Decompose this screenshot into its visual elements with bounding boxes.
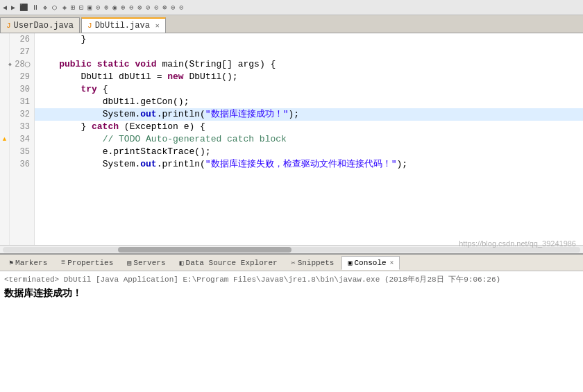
- code-content[interactable]: } public static void main(String[] args)…: [35, 33, 583, 245]
- console-menu-icon: ✕: [390, 259, 394, 266]
- gutter-row-33: [0, 121, 9, 133]
- scrollbar-track[interactable]: [3, 247, 580, 253]
- gutter-row-35: [0, 146, 9, 158]
- gutter-row-30: [0, 83, 9, 96]
- java-file-icon: J: [6, 22, 11, 30]
- code-36-end: );: [396, 159, 407, 169]
- code-32-system: System.: [103, 109, 141, 119]
- code-36-print: .println(: [157, 159, 205, 169]
- gutter-row-29: [0, 71, 9, 83]
- panel-tab-properties[interactable]: ≡ Properties: [55, 256, 119, 270]
- datasource-icon: ◧: [180, 259, 184, 267]
- console-icon: ▣: [348, 259, 352, 267]
- console-output-line: 数据库连接成功！: [4, 287, 579, 300]
- code-29-text: DbUtil dbUtil =: [81, 71, 167, 82]
- properties-icon: ≡: [61, 259, 65, 266]
- warning-icon: ▲: [3, 136, 6, 143]
- panel-tab-snippets-label: Snippets: [298, 259, 335, 267]
- string-failure: "数据库连接失败，检查驱动文件和连接代码！": [205, 159, 397, 169]
- string-success: "数据库连接成功！": [205, 109, 289, 119]
- tab-userdao-label: UserDao.java: [14, 21, 74, 31]
- keyword-try: try: [81, 84, 96, 94]
- java-file-icon-2: J: [87, 22, 92, 30]
- line-num-29: 29: [10, 71, 34, 83]
- code-32-print: .println(: [157, 109, 205, 119]
- tab-userdao[interactable]: J UserDao.java: [0, 17, 80, 33]
- keyword-catch: catch: [92, 121, 119, 132]
- main-toolbar: ◀ ▶ ⬛ ⏸ ❖ ⬡ ◈ ⊞ ⊡ ▣ ⊙ ⊚ ◉ ⊕ ⊖ ⊗ ⊘ ⊙ ⊛ ⊜ …: [0, 0, 583, 15]
- panel-tab-servers-label: Servers: [133, 259, 165, 267]
- line-num-31: 31: [10, 96, 34, 108]
- code-line-33: } catch (Exception e) {: [35, 121, 583, 133]
- code-line-27: [35, 46, 583, 58]
- console-terminated-line: <terminated> DbUtil [Java Application] E…: [4, 274, 579, 284]
- code-33-b: (Exception e) {: [119, 121, 205, 132]
- gutter-row-34: ▲: [0, 133, 9, 146]
- code-29-b: DbUtil();: [184, 71, 238, 82]
- panel-tab-snippets[interactable]: ✂ Snippets: [285, 256, 341, 270]
- panel-tab-bar: ⚑ Markers ≡ Properties ▤ Servers ◧ Data …: [0, 255, 583, 271]
- code-31-text: dbUtil.getCon();: [103, 96, 189, 107]
- code-line-32: System.out.println("数据库连接成功！");: [35, 108, 583, 121]
- code-line-28: public static void main(String[] args) {: [35, 58, 583, 71]
- code-line-31: dbUtil.getCon();: [35, 96, 583, 108]
- line-num-36: 36: [10, 158, 34, 171]
- code-line-30: try {: [35, 83, 583, 96]
- panel-tab-markers-label: Markers: [15, 259, 47, 267]
- panel-tab-console-label: Console: [354, 259, 386, 267]
- line-num-34: 34: [10, 133, 34, 146]
- line-numbers: 26 27 28◯ 29 30 31 32 33 34 35 36: [10, 33, 35, 245]
- code-36-out: out: [140, 159, 156, 169]
- panel-tab-console[interactable]: ▣ Console ✕: [341, 256, 400, 270]
- code-editor: ▲ 26 27 28◯ 29 30 31 32 33 34 35 36 }: [0, 33, 583, 253]
- code-36-system: System.: [103, 159, 141, 169]
- bottom-panel: ⚑ Markers ≡ Properties ▤ Servers ◧ Data …: [0, 253, 583, 392]
- gutter-row-31: [0, 96, 9, 108]
- method-main: main(String[] args) {: [162, 59, 276, 69]
- scrollbar-thumb[interactable]: [118, 247, 292, 253]
- line-num-33: 33: [10, 121, 34, 133]
- toolbar-icons: ◀ ▶ ⬛ ⏸ ❖ ⬡ ◈ ⊞ ⊡ ▣ ⊙ ⊚ ◉ ⊕ ⊖ ⊗ ⊘ ⊙ ⊛ ⊜ …: [3, 3, 183, 12]
- tab-close-icon[interactable]: ✕: [155, 22, 160, 30]
- code-35-text: e.printStackTrace();: [103, 146, 211, 157]
- console-content: <terminated> DbUtil [Java Application] E…: [0, 271, 583, 392]
- code-32-end: );: [288, 109, 299, 119]
- keyword-static: static: [97, 59, 130, 69]
- panel-tab-datasource[interactable]: ◧ Data Source Explorer: [174, 256, 284, 270]
- code-line-29: DbUtil dbUtil = new DbUtil();: [35, 71, 583, 83]
- servers-icon: ▤: [127, 259, 131, 267]
- tab-dbutil[interactable]: J DbUtil.java ✕: [81, 17, 166, 33]
- code-line-36: System.out.println("数据库连接失败，检查驱动文件和连接代码！…: [35, 158, 583, 171]
- line-num-26: 26: [10, 33, 34, 46]
- tab-dbutil-label: DbUtil.java: [95, 21, 150, 31]
- panel-tab-servers[interactable]: ▤ Servers: [121, 256, 171, 270]
- code-32-out: out: [140, 109, 156, 119]
- code-line-34: // TODO Auto-generated catch block: [35, 133, 583, 146]
- gutter-row-36: [0, 158, 9, 171]
- code-line-35: e.printStackTrace();: [35, 146, 583, 158]
- line-num-28: 28◯: [10, 58, 34, 71]
- keyword-void: void: [135, 59, 156, 69]
- gutter-row-32: [0, 108, 9, 121]
- snippets-icon: ✂: [292, 259, 296, 267]
- keyword-new: new: [167, 71, 183, 82]
- code-30-b: {: [97, 84, 108, 94]
- line-num-27: 27: [10, 46, 34, 58]
- gutter-row-27: [0, 46, 9, 58]
- editor-content-area: ▲ 26 27 28◯ 29 30 31 32 33 34 35 36 }: [0, 33, 583, 245]
- gutter-row-26: [0, 33, 9, 46]
- line-num-32: 32: [10, 108, 34, 121]
- code-line-26: }: [35, 33, 583, 46]
- editor-tab-bar: J UserDao.java J DbUtil.java ✕: [0, 15, 583, 33]
- line-num-35: 35: [10, 146, 34, 158]
- panel-tab-markers[interactable]: ⚑ Markers: [3, 256, 53, 270]
- markers-icon: ⚑: [9, 259, 13, 267]
- keyword-public: public: [59, 59, 92, 69]
- line-num-30: 30: [10, 83, 34, 96]
- panel-tab-datasource-label: Data Source Explorer: [186, 259, 278, 267]
- editor-scrollbar[interactable]: [0, 245, 583, 253]
- panel-tab-properties-label: Properties: [67, 259, 113, 267]
- comment-todo: // TODO Auto-generated catch block: [103, 134, 287, 144]
